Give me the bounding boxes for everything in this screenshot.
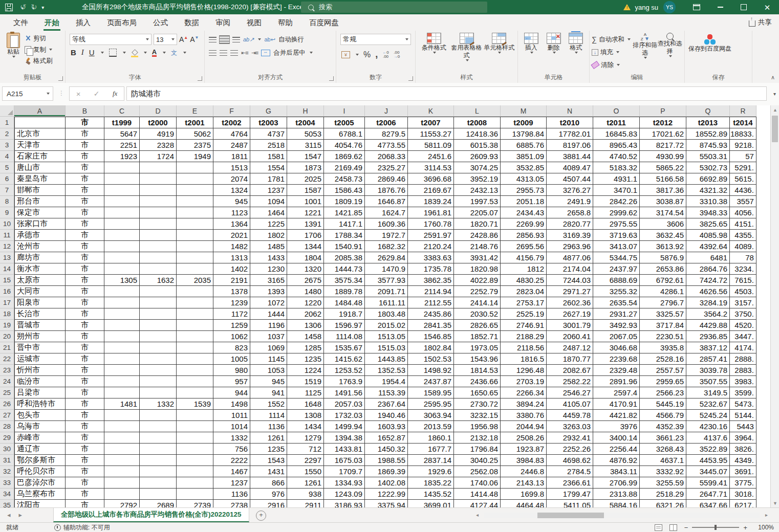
cell-N31[interactable]: 4698.62 bbox=[547, 455, 593, 466]
percent-style-icon[interactable]: % bbox=[363, 50, 371, 59]
row-header-8[interactable]: 8 bbox=[0, 196, 14, 207]
cell-O25[interactable]: 2597.4 bbox=[593, 387, 640, 398]
cell-N6[interactable]: 4507.44 bbox=[547, 173, 593, 185]
cell-C31[interactable] bbox=[104, 455, 140, 466]
cell-C21[interactable] bbox=[104, 342, 140, 353]
column-header-G[interactable]: G bbox=[250, 105, 287, 117]
cell-R28[interactable]: 5443 bbox=[730, 421, 756, 432]
cell-G20[interactable]: 1037 bbox=[250, 331, 287, 342]
zoom-in-icon[interactable]: + bbox=[743, 524, 747, 531]
cell-P22[interactable]: 2528.16 bbox=[640, 353, 686, 365]
cell-R16[interactable]: 4503. bbox=[730, 286, 756, 297]
cell-M19[interactable]: 2746.91 bbox=[501, 320, 547, 331]
cell-R11[interactable]: 4355. bbox=[730, 230, 756, 241]
cell-J8[interactable]: 1646.87 bbox=[365, 196, 408, 207]
cell-H25[interactable]: 1125 bbox=[287, 387, 324, 398]
share-button[interactable]: 共享 bbox=[749, 16, 772, 29]
row-header-29[interactable]: 29 bbox=[0, 432, 14, 444]
cell-N11[interactable]: 3169.39 bbox=[547, 230, 593, 241]
cell-B20[interactable]: 市 bbox=[66, 331, 104, 342]
cell-P33[interactable]: 3255.59 bbox=[640, 477, 686, 489]
format-painter-button[interactable]: 格式刷 bbox=[25, 55, 53, 66]
cell-M10[interactable]: 2269.99 bbox=[501, 218, 547, 230]
increase-font-icon[interactable]: A▲ bbox=[179, 35, 188, 43]
cell-H2[interactable]: 5053 bbox=[287, 128, 324, 140]
cell-O1[interactable]: t2011 bbox=[593, 117, 640, 128]
column-header-P[interactable]: P bbox=[640, 105, 686, 117]
row-header-34[interactable]: 34 bbox=[0, 489, 14, 500]
cell-K16[interactable]: 2114.94 bbox=[408, 286, 454, 297]
cell-Q8[interactable]: 3310.38 bbox=[686, 196, 730, 207]
cell-K10[interactable]: 1760.78 bbox=[408, 218, 454, 230]
ribbon-tab-百度网盘[interactable]: 百度网盘 bbox=[301, 14, 347, 31]
cell-O5[interactable]: 5183.32 bbox=[593, 162, 640, 173]
cell-D4[interactable]: 1724 bbox=[140, 151, 177, 162]
confirm-entry-icon[interactable]: ✓ bbox=[94, 90, 100, 98]
cell-C3[interactable]: 2251 bbox=[104, 140, 140, 151]
cell-E29[interactable] bbox=[177, 432, 213, 444]
find-select-button[interactable]: 查找和选择 bbox=[658, 33, 682, 74]
cell-K12[interactable]: 2120.24 bbox=[408, 241, 454, 252]
cell-F16[interactable]: 1378 bbox=[213, 286, 250, 297]
align-top-icon[interactable] bbox=[209, 37, 217, 42]
row-header-14[interactable]: 14 bbox=[0, 263, 14, 275]
redo-icon[interactable]: ↻▾ bbox=[31, 3, 34, 12]
ribbon-tab-审阅[interactable]: 审阅 bbox=[207, 14, 239, 31]
cell-P25[interactable]: 2566.23 bbox=[640, 387, 686, 398]
cell-M11[interactable]: 2856.93 bbox=[501, 230, 547, 241]
cell-I7[interactable]: 1586.43 bbox=[324, 185, 365, 196]
cell-D17[interactable] bbox=[140, 297, 177, 308]
cell-E11[interactable] bbox=[177, 230, 213, 241]
cell-R33[interactable]: 3775. bbox=[730, 477, 756, 489]
cell-B32[interactable]: 市 bbox=[66, 466, 104, 477]
cell-R2[interactable]: 18833. bbox=[730, 128, 756, 140]
cell-B15[interactable]: 市 bbox=[66, 275, 104, 286]
cell-N24[interactable]: 2582.22 bbox=[547, 376, 593, 387]
ribbon-tab-开始[interactable]: 开始 bbox=[36, 14, 68, 31]
cell-K14[interactable]: 1735.78 bbox=[408, 263, 454, 275]
cell-M8[interactable]: 2051.18 bbox=[501, 196, 547, 207]
align-bottom-icon[interactable] bbox=[232, 37, 240, 42]
cell-F27[interactable]: 1011 bbox=[213, 410, 250, 421]
cell-G22[interactable]: 1145 bbox=[250, 353, 287, 365]
cell-A3[interactable]: 天津市 bbox=[14, 140, 66, 151]
cell-O22[interactable]: 2239.68 bbox=[593, 353, 640, 365]
cell-I33[interactable]: 1334.93 bbox=[324, 477, 365, 489]
cell-B25[interactable]: 市 bbox=[66, 387, 104, 398]
cell-D3[interactable]: 2328 bbox=[140, 140, 177, 151]
cell-O15[interactable]: 6888.69 bbox=[593, 275, 640, 286]
cell-J32[interactable]: 1869.39 bbox=[365, 466, 408, 477]
cell-B5[interactable]: 市 bbox=[66, 162, 104, 173]
cell-L12[interactable]: 2148.76 bbox=[454, 241, 501, 252]
cell-D26[interactable]: 1332 bbox=[140, 398, 177, 410]
cell-G12[interactable]: 1485 bbox=[250, 241, 287, 252]
cell-L29[interactable]: 2132.18 bbox=[454, 432, 501, 444]
cell-I32[interactable]: 1709.7 bbox=[324, 466, 365, 477]
cell-F29[interactable]: 1332 bbox=[213, 432, 250, 444]
cell-I2[interactable]: 6788.1 bbox=[324, 128, 365, 140]
cell-Q19[interactable]: 4429.88 bbox=[686, 320, 730, 331]
cell-P18[interactable]: 3325.57 bbox=[640, 308, 686, 320]
cell-N3[interactable]: 8197.06 bbox=[547, 140, 593, 151]
minimize-button[interactable] bbox=[708, 0, 732, 14]
cell-H27[interactable]: 1308 bbox=[287, 410, 324, 421]
cell-L21[interactable]: 1973.05 bbox=[454, 342, 501, 353]
sheet-tab-active[interactable]: 全部地级以上城市各市商品房平均销售价格(全市)20220125 bbox=[53, 508, 249, 522]
cell-C32[interactable] bbox=[104, 466, 140, 477]
cell-C18[interactable] bbox=[104, 308, 140, 320]
cell-J30[interactable]: 1450.32 bbox=[365, 444, 408, 455]
cell-I20[interactable]: 1114.08 bbox=[324, 331, 365, 342]
cell-Q15[interactable]: 7424.72 bbox=[686, 275, 730, 286]
cell-J13[interactable]: 2629.84 bbox=[365, 252, 408, 263]
cell-K28[interactable]: 2013.59 bbox=[408, 421, 454, 432]
cell-Q30[interactable]: 3522.89 bbox=[686, 444, 730, 455]
formula-input[interactable]: 防城港市 bbox=[126, 86, 767, 101]
cell-E14[interactable] bbox=[177, 263, 213, 275]
cell-H26[interactable]: 1648 bbox=[287, 398, 324, 410]
cell-G13[interactable]: 1433 bbox=[250, 252, 287, 263]
cell-C20[interactable] bbox=[104, 331, 140, 342]
cell-D24[interactable] bbox=[140, 376, 177, 387]
row-header-21[interactable]: 21 bbox=[0, 342, 14, 353]
cell-R25[interactable]: 3599. bbox=[730, 387, 756, 398]
cell-B17[interactable]: 市 bbox=[66, 297, 104, 308]
